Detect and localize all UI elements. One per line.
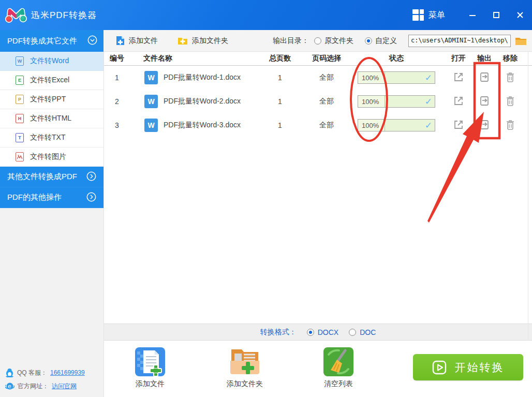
ppt-doc-icon: P xyxy=(16,95,24,104)
done-check-icon: ✓ xyxy=(425,72,432,83)
word-file-badge: W xyxy=(144,119,158,132)
add-file-icon xyxy=(116,36,125,46)
play-icon xyxy=(432,360,447,375)
add-folder-button[interactable]: 添加文件夹 xyxy=(178,36,228,46)
table-row: 3 W PDF批量转Word-3.docx 1 全部 100% ✓ xyxy=(104,113,532,137)
titlebar: 迅米PDF转换器 菜单 xyxy=(0,0,532,30)
maximize-button[interactable] xyxy=(484,5,508,25)
folder-icon xyxy=(515,36,527,46)
delete-icon[interactable] xyxy=(505,71,515,84)
add-file-big-icon xyxy=(135,347,165,376)
image-icon xyxy=(16,152,24,161)
radio-docx[interactable]: DOCX xyxy=(307,328,338,336)
output-path-input[interactable] xyxy=(408,35,511,47)
maximize-icon xyxy=(493,11,500,19)
start-convert-button[interactable]: 开始转换 xyxy=(413,354,523,380)
format-label: 转换格式： xyxy=(260,328,297,337)
progress-bar: 100% ✓ xyxy=(358,119,435,131)
table-row: 1 W PDF批量转Word-1.docx 1 全部 100% ✓ xyxy=(104,66,532,90)
radio-selected-icon xyxy=(307,329,314,336)
radio-selected-icon xyxy=(365,37,372,45)
done-check-icon: ✓ xyxy=(425,96,432,107)
sidebar: W 文件转Word E 文件转Excel P 文件转PPT H 文件转HTML … xyxy=(0,52,104,397)
table-row: 2 W PDF批量转Word-2.docx 1 全部 100% ✓ xyxy=(104,90,532,113)
open-output-icon[interactable] xyxy=(479,71,490,84)
qq-service-label: QQ 客服： xyxy=(17,369,47,377)
progress-bar: 100% ✓ xyxy=(358,95,435,108)
list-empty-area xyxy=(104,137,532,324)
file-name: PDF批量转Word-2.docx xyxy=(164,97,241,106)
word-file-badge: W xyxy=(144,95,158,108)
open-file-icon[interactable] xyxy=(453,119,464,132)
radio-icon xyxy=(314,37,321,45)
add-file-button[interactable]: 添加文件 xyxy=(116,36,158,46)
sidebar-item-word[interactable]: W 文件转Word xyxy=(0,52,104,71)
sidebar-item-excel[interactable]: E 文件转Excel xyxy=(0,71,104,90)
open-output-icon[interactable] xyxy=(479,119,490,132)
progress-bar: 100% ✓ xyxy=(358,71,435,84)
open-file-icon[interactable] xyxy=(453,71,464,84)
delete-icon[interactable] xyxy=(505,119,515,132)
word-file-badge: W xyxy=(144,71,158,84)
word-doc-icon: W xyxy=(16,56,24,66)
file-list-panel: 编号 文件名称 总页数 页码选择 状态 打开 输出 移除 1 W PDF批量转W… xyxy=(104,52,532,397)
chevron-right-circle-icon xyxy=(86,171,96,183)
add-folder-big-button[interactable]: 添加文件夹 xyxy=(226,347,264,389)
bottom-action-bar: 添加文件 添加文件夹 xyxy=(104,341,532,397)
scrollbar[interactable] xyxy=(528,52,528,341)
website-icon: e xyxy=(5,381,14,391)
website-link[interactable]: 访问官网 xyxy=(52,382,77,391)
add-file-big-button[interactable]: 添加文件 xyxy=(131,347,169,389)
delete-icon[interactable] xyxy=(505,95,515,108)
excel-doc-icon: E xyxy=(16,76,24,85)
sidebar-header[interactable]: PDF转换成其它文件 xyxy=(0,30,104,52)
minimize-icon xyxy=(469,11,476,19)
qq-icon xyxy=(5,368,14,377)
txt-doc-icon: T xyxy=(16,133,24,142)
radio-icon xyxy=(349,329,356,336)
html-doc-icon: H xyxy=(16,114,24,123)
sidebar-item-ppt[interactable]: P 文件转PPT xyxy=(0,90,104,109)
sidebar-section-pdf-ops[interactable]: PDF的其他操作 xyxy=(0,187,104,208)
done-check-icon: ✓ xyxy=(425,120,432,131)
radio-custom[interactable]: 自定义 xyxy=(365,36,397,46)
page-range[interactable]: 全部 xyxy=(306,121,347,130)
sidebar-item-html[interactable]: H 文件转HTML xyxy=(0,109,104,128)
sidebar-section-to-pdf[interactable]: 其他文件转换成PDF xyxy=(0,167,104,187)
chevron-right-circle-icon xyxy=(86,192,96,203)
open-file-icon[interactable] xyxy=(453,95,464,108)
file-name: PDF批量转Word-3.docx xyxy=(164,121,241,130)
browse-folder-button[interactable] xyxy=(515,36,527,46)
app-title: 迅米PDF转换器 xyxy=(31,9,97,21)
menu-button[interactable]: 菜单 xyxy=(412,9,445,21)
close-button[interactable] xyxy=(508,5,532,25)
website-label: 官方网址： xyxy=(18,382,49,391)
menu-grid-icon xyxy=(412,9,424,21)
close-icon xyxy=(516,11,524,19)
page-range[interactable]: 全部 xyxy=(306,73,347,82)
add-folder-icon xyxy=(178,36,188,45)
radio-doc[interactable]: DOC xyxy=(349,328,376,336)
clear-list-big-button[interactable]: 清空列表 xyxy=(319,347,358,389)
table-header: 编号 文件名称 总页数 页码选择 状态 打开 输出 移除 xyxy=(104,52,532,66)
minimize-button[interactable] xyxy=(461,5,484,25)
chevron-down-circle-icon xyxy=(87,35,97,47)
qq-number-link[interactable]: 1661699939 xyxy=(50,369,85,376)
radio-original-folder[interactable]: 原文件夹 xyxy=(314,36,353,46)
app-logo-icon xyxy=(5,3,27,27)
sidebar-panel: QQ 客服： 1661699939 e 官方网址： 访问官网 xyxy=(0,208,104,397)
clear-list-big-icon xyxy=(323,347,353,376)
format-bar: 转换格式： DOCX DOC xyxy=(104,324,532,341)
add-folder-big-icon xyxy=(229,347,260,376)
sidebar-item-txt[interactable]: T 文件转TXT xyxy=(0,128,104,148)
file-name: PDF批量转Word-1.docx xyxy=(164,73,241,82)
sidebar-item-image[interactable]: 文件转图片 xyxy=(0,148,104,167)
page-range[interactable]: 全部 xyxy=(306,97,347,106)
toolbar: 添加文件 添加文件夹 输出目录： 原文件夹 自定义 xyxy=(104,30,532,52)
open-output-icon[interactable] xyxy=(479,95,490,108)
output-dir-label: 输出目录： xyxy=(273,36,309,46)
